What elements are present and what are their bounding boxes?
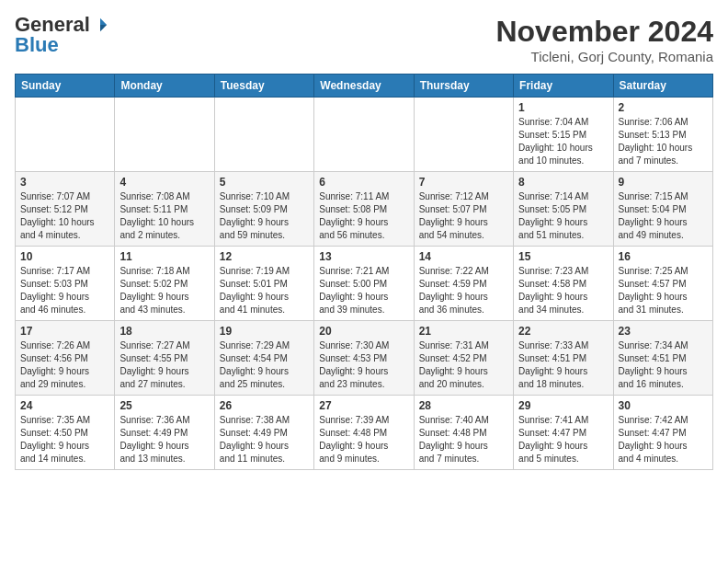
day-number: 9 [619, 176, 708, 189]
calendar-day-cell: 28Sunrise: 7:40 AMSunset: 4:48 PMDayligh… [414, 396, 513, 470]
calendar-day-cell: 9Sunrise: 7:15 AMSunset: 5:04 PMDaylight… [613, 172, 712, 247]
calendar-day-cell: 20Sunrise: 7:30 AMSunset: 4:53 PMDayligh… [314, 321, 414, 396]
calendar-week-row: 3Sunrise: 7:07 AMSunset: 5:12 PMDaylight… [16, 172, 713, 247]
day-info: Sunrise: 7:06 AMSunset: 5:13 PMDaylight:… [619, 116, 708, 167]
weekday-header: Monday [115, 75, 214, 98]
logo-blue-text: Blue [15, 33, 59, 56]
calendar-day-cell: 26Sunrise: 7:38 AMSunset: 4:49 PMDayligh… [214, 396, 313, 470]
calendar-day-cell [414, 98, 513, 172]
calendar-table: SundayMondayTuesdayWednesdayThursdayFrid… [15, 74, 713, 470]
day-number: 29 [518, 399, 608, 412]
day-number: 17 [20, 325, 109, 338]
calendar-day-cell [214, 98, 313, 172]
weekday-header: Saturday [613, 75, 712, 98]
calendar-day-cell: 27Sunrise: 7:39 AMSunset: 4:48 PMDayligh… [314, 396, 414, 470]
day-info: Sunrise: 7:08 AMSunset: 5:11 PMDaylight:… [119, 190, 209, 242]
day-info: Sunrise: 7:42 AMSunset: 4:47 PMDaylight:… [619, 414, 708, 465]
day-info: Sunrise: 7:22 AMSunset: 4:59 PMDaylight:… [419, 265, 508, 316]
calendar-day-cell: 19Sunrise: 7:29 AMSunset: 4:54 PMDayligh… [214, 321, 313, 396]
day-number: 23 [619, 325, 708, 338]
day-number: 24 [20, 399, 109, 412]
day-info: Sunrise: 7:36 AMSunset: 4:49 PMDaylight:… [119, 414, 209, 465]
day-number: 4 [119, 176, 209, 189]
day-info: Sunrise: 7:17 AMSunset: 5:03 PMDaylight:… [20, 265, 109, 316]
day-number: 10 [20, 250, 109, 263]
calendar-day-cell: 24Sunrise: 7:35 AMSunset: 4:50 PMDayligh… [16, 396, 115, 470]
calendar-day-cell: 4Sunrise: 7:08 AMSunset: 5:11 PMDaylight… [115, 172, 214, 247]
month-year-title: November 2024 [495, 15, 713, 49]
day-info: Sunrise: 7:14 AMSunset: 5:05 PMDaylight:… [518, 190, 608, 242]
svg-marker-1 [100, 25, 107, 31]
day-number: 3 [20, 176, 109, 189]
day-info: Sunrise: 7:33 AMSunset: 4:51 PMDaylight:… [518, 339, 608, 391]
calendar-day-cell [16, 98, 115, 172]
day-number: 8 [518, 176, 608, 189]
day-info: Sunrise: 7:10 AMSunset: 5:09 PMDaylight:… [220, 190, 309, 242]
weekday-header: Tuesday [214, 75, 313, 98]
day-info: Sunrise: 7:18 AMSunset: 5:02 PMDaylight:… [119, 265, 209, 316]
location-subtitle: Ticleni, Gorj County, Romania [495, 49, 713, 64]
calendar-day-cell: 22Sunrise: 7:33 AMSunset: 4:51 PMDayligh… [514, 321, 613, 396]
day-info: Sunrise: 7:11 AMSunset: 5:08 PMDaylight:… [319, 190, 408, 242]
calendar-day-cell: 11Sunrise: 7:18 AMSunset: 5:02 PMDayligh… [115, 247, 214, 321]
day-info: Sunrise: 7:23 AMSunset: 4:58 PMDaylight:… [518, 265, 608, 316]
calendar-day-cell: 2Sunrise: 7:06 AMSunset: 5:13 PMDaylight… [613, 98, 712, 172]
calendar-day-cell: 15Sunrise: 7:23 AMSunset: 4:58 PMDayligh… [514, 247, 613, 321]
calendar-day-cell: 7Sunrise: 7:12 AMSunset: 5:07 PMDaylight… [414, 172, 513, 247]
day-number: 11 [119, 250, 209, 263]
day-info: Sunrise: 7:38 AMSunset: 4:49 PMDaylight:… [220, 414, 309, 465]
calendar-week-row: 24Sunrise: 7:35 AMSunset: 4:50 PMDayligh… [16, 396, 713, 470]
calendar-day-cell [314, 98, 414, 172]
day-number: 15 [518, 250, 608, 263]
day-info: Sunrise: 7:19 AMSunset: 5:01 PMDaylight:… [220, 265, 309, 316]
day-number: 25 [119, 399, 209, 412]
calendar-day-cell: 5Sunrise: 7:10 AMSunset: 5:09 PMDaylight… [214, 172, 313, 247]
day-number: 27 [319, 399, 408, 412]
calendar-day-cell: 29Sunrise: 7:41 AMSunset: 4:47 PMDayligh… [514, 396, 613, 470]
day-number: 12 [220, 250, 309, 263]
day-info: Sunrise: 7:15 AMSunset: 5:04 PMDaylight:… [619, 190, 708, 242]
day-number: 20 [319, 325, 408, 338]
day-number: 5 [220, 176, 309, 189]
calendar-day-cell [115, 98, 214, 172]
day-number: 18 [119, 325, 209, 338]
calendar-day-cell: 18Sunrise: 7:27 AMSunset: 4:55 PMDayligh… [115, 321, 214, 396]
day-number: 13 [319, 250, 408, 263]
weekday-header: Sunday [16, 75, 115, 98]
day-info: Sunrise: 7:41 AMSunset: 4:47 PMDaylight:… [518, 414, 608, 465]
day-number: 28 [419, 399, 508, 412]
calendar-day-cell: 23Sunrise: 7:34 AMSunset: 4:51 PMDayligh… [613, 321, 712, 396]
day-info: Sunrise: 7:40 AMSunset: 4:48 PMDaylight:… [419, 414, 508, 465]
svg-marker-0 [100, 18, 107, 25]
day-info: Sunrise: 7:12 AMSunset: 5:07 PMDaylight:… [419, 190, 508, 242]
calendar-day-cell: 21Sunrise: 7:31 AMSunset: 4:52 PMDayligh… [414, 321, 513, 396]
day-info: Sunrise: 7:26 AMSunset: 4:56 PMDaylight:… [20, 339, 109, 391]
weekday-header: Wednesday [314, 75, 414, 98]
day-info: Sunrise: 7:07 AMSunset: 5:12 PMDaylight:… [20, 190, 109, 242]
calendar-day-cell: 12Sunrise: 7:19 AMSunset: 5:01 PMDayligh… [214, 247, 313, 321]
calendar-day-cell: 25Sunrise: 7:36 AMSunset: 4:49 PMDayligh… [115, 396, 214, 470]
calendar-day-cell: 14Sunrise: 7:22 AMSunset: 4:59 PMDayligh… [414, 247, 513, 321]
day-number: 19 [220, 325, 309, 338]
day-number: 6 [319, 176, 408, 189]
day-number: 7 [419, 176, 508, 189]
day-number: 21 [419, 325, 508, 338]
logo: General Blue [15, 15, 108, 57]
title-block: November 2024 Ticleni, Gorj County, Roma… [495, 15, 713, 64]
day-number: 2 [619, 101, 708, 114]
day-number: 22 [518, 325, 608, 338]
calendar-day-cell: 8Sunrise: 7:14 AMSunset: 5:05 PMDaylight… [514, 172, 613, 247]
calendar-week-row: 17Sunrise: 7:26 AMSunset: 4:56 PMDayligh… [16, 321, 713, 396]
calendar-week-row: 10Sunrise: 7:17 AMSunset: 5:03 PMDayligh… [16, 247, 713, 321]
calendar-header-row: SundayMondayTuesdayWednesdayThursdayFrid… [16, 75, 713, 98]
calendar-day-cell: 30Sunrise: 7:42 AMSunset: 4:47 PMDayligh… [613, 396, 712, 470]
day-info: Sunrise: 7:34 AMSunset: 4:51 PMDaylight:… [619, 339, 708, 391]
calendar-day-cell: 16Sunrise: 7:25 AMSunset: 4:57 PMDayligh… [613, 247, 712, 321]
day-info: Sunrise: 7:21 AMSunset: 5:00 PMDaylight:… [319, 265, 408, 316]
calendar-day-cell: 6Sunrise: 7:11 AMSunset: 5:08 PMDaylight… [314, 172, 414, 247]
calendar-day-cell: 1Sunrise: 7:04 AMSunset: 5:15 PMDaylight… [514, 98, 613, 172]
day-info: Sunrise: 7:29 AMSunset: 4:54 PMDaylight:… [220, 339, 309, 391]
day-number: 16 [619, 250, 708, 263]
weekday-header: Thursday [414, 75, 513, 98]
calendar-day-cell: 13Sunrise: 7:21 AMSunset: 5:00 PMDayligh… [314, 247, 414, 321]
